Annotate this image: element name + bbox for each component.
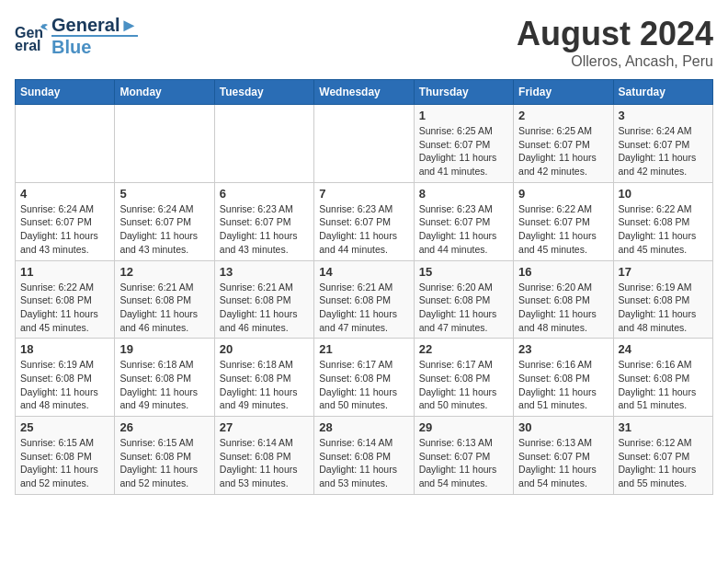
logo-icon: Gen eral — [15, 19, 48, 52]
day-info: Sunrise: 6:24 AM Sunset: 6:07 PM Dayligh… — [20, 202, 109, 257]
empty-cell — [314, 105, 414, 183]
calendar-day-7: 7Sunrise: 6:23 AM Sunset: 6:07 PM Daylig… — [314, 182, 414, 260]
calendar-week-3: 11Sunrise: 6:22 AM Sunset: 6:08 PM Dayli… — [16, 260, 713, 339]
day-number: 5 — [119, 187, 209, 201]
day-info: Sunrise: 6:23 AM Sunset: 6:07 PM Dayligh… — [319, 202, 408, 257]
day-info: Sunrise: 6:24 AM Sunset: 6:07 PM Dayligh… — [119, 202, 209, 257]
calendar-day-25: 25Sunrise: 6:15 AM Sunset: 6:08 PM Dayli… — [16, 417, 115, 495]
day-info: Sunrise: 6:22 AM Sunset: 6:07 PM Dayligh… — [518, 202, 608, 257]
calendar-day-26: 26Sunrise: 6:15 AM Sunset: 6:08 PM Dayli… — [115, 417, 214, 495]
calendar-day-14: 14Sunrise: 6:21 AM Sunset: 6:08 PM Dayli… — [314, 260, 414, 339]
column-header-thursday: Thursday — [414, 80, 513, 105]
svg-text:eral: eral — [15, 38, 40, 52]
day-number: 10 — [619, 187, 708, 201]
calendar-header-row: SundayMondayTuesdayWednesdayThursdayFrid… — [16, 80, 713, 105]
day-info: Sunrise: 6:23 AM Sunset: 6:07 PM Dayligh… — [419, 202, 508, 257]
day-info: Sunrise: 6:14 AM Sunset: 6:08 PM Dayligh… — [319, 436, 408, 490]
calendar-day-29: 29Sunrise: 6:13 AM Sunset: 6:07 PM Dayli… — [414, 417, 513, 495]
column-header-friday: Friday — [514, 80, 613, 105]
day-info: Sunrise: 6:19 AM Sunset: 6:08 PM Dayligh… — [20, 358, 109, 412]
calendar-day-2: 2Sunrise: 6:25 AM Sunset: 6:07 PM Daylig… — [514, 105, 613, 183]
logo-text-general: General► — [51, 15, 138, 35]
day-number: 3 — [619, 109, 708, 122]
calendar-day-21: 21Sunrise: 6:17 AM Sunset: 6:08 PM Dayli… — [314, 339, 414, 417]
day-info: Sunrise: 6:16 AM Sunset: 6:08 PM Dayligh… — [619, 358, 708, 412]
day-number: 7 — [319, 187, 408, 201]
day-info: Sunrise: 6:13 AM Sunset: 6:07 PM Dayligh… — [419, 436, 508, 490]
calendar-day-9: 9Sunrise: 6:22 AM Sunset: 6:07 PM Daylig… — [514, 182, 613, 260]
day-info: Sunrise: 6:16 AM Sunset: 6:08 PM Dayligh… — [518, 358, 608, 412]
column-header-tuesday: Tuesday — [214, 80, 313, 105]
day-number: 26 — [119, 420, 209, 434]
day-info: Sunrise: 6:25 AM Sunset: 6:07 PM Dayligh… — [518, 124, 608, 178]
calendar-day-20: 20Sunrise: 6:18 AM Sunset: 6:08 PM Dayli… — [214, 339, 313, 417]
day-number: 11 — [20, 265, 109, 279]
column-header-wednesday: Wednesday — [314, 80, 414, 105]
day-info: Sunrise: 6:13 AM Sunset: 6:07 PM Dayligh… — [518, 436, 608, 490]
day-number: 8 — [419, 187, 508, 201]
calendar-day-15: 15Sunrise: 6:20 AM Sunset: 6:08 PM Dayli… — [414, 260, 513, 339]
calendar-day-27: 27Sunrise: 6:14 AM Sunset: 6:08 PM Dayli… — [214, 417, 313, 495]
day-info: Sunrise: 6:24 AM Sunset: 6:07 PM Dayligh… — [619, 124, 708, 178]
day-info: Sunrise: 6:20 AM Sunset: 6:08 PM Dayligh… — [419, 281, 508, 335]
column-header-saturday: Saturday — [613, 80, 712, 105]
calendar-week-2: 4Sunrise: 6:24 AM Sunset: 6:07 PM Daylig… — [16, 182, 713, 260]
day-info: Sunrise: 6:21 AM Sunset: 6:08 PM Dayligh… — [319, 281, 408, 335]
calendar-day-28: 28Sunrise: 6:14 AM Sunset: 6:08 PM Dayli… — [314, 417, 414, 495]
calendar-day-10: 10Sunrise: 6:22 AM Sunset: 6:08 PM Dayli… — [613, 182, 712, 260]
day-number: 13 — [220, 265, 309, 279]
day-number: 2 — [518, 109, 608, 122]
day-number: 4 — [20, 187, 109, 201]
day-info: Sunrise: 6:15 AM Sunset: 6:08 PM Dayligh… — [119, 436, 209, 490]
day-number: 27 — [220, 420, 309, 434]
empty-cell — [115, 105, 214, 183]
calendar-table: SundayMondayTuesdayWednesdayThursdayFrid… — [15, 79, 713, 495]
day-number: 21 — [319, 342, 408, 356]
day-info: Sunrise: 6:17 AM Sunset: 6:08 PM Dayligh… — [319, 358, 408, 412]
page-subtitle: Olleros, Ancash, Peru — [517, 53, 713, 70]
calendar-day-24: 24Sunrise: 6:16 AM Sunset: 6:08 PM Dayli… — [613, 339, 712, 417]
day-number: 20 — [220, 342, 309, 356]
calendar-day-12: 12Sunrise: 6:21 AM Sunset: 6:08 PM Dayli… — [115, 260, 214, 339]
day-info: Sunrise: 6:21 AM Sunset: 6:08 PM Dayligh… — [119, 281, 209, 335]
day-info: Sunrise: 6:14 AM Sunset: 6:08 PM Dayligh… — [220, 436, 309, 490]
calendar-day-1: 1Sunrise: 6:25 AM Sunset: 6:07 PM Daylig… — [414, 105, 513, 183]
calendar-day-13: 13Sunrise: 6:21 AM Sunset: 6:08 PM Dayli… — [214, 260, 313, 339]
day-number: 29 — [419, 420, 508, 434]
day-number: 12 — [119, 265, 209, 279]
calendar-day-6: 6Sunrise: 6:23 AM Sunset: 6:07 PM Daylig… — [214, 182, 313, 260]
day-number: 17 — [619, 265, 708, 279]
day-info: Sunrise: 6:17 AM Sunset: 6:08 PM Dayligh… — [419, 358, 508, 412]
column-header-sunday: Sunday — [16, 80, 115, 105]
day-info: Sunrise: 6:12 AM Sunset: 6:07 PM Dayligh… — [619, 436, 708, 490]
day-number: 16 — [518, 265, 608, 279]
day-number: 31 — [619, 420, 708, 434]
day-number: 1 — [419, 109, 508, 122]
calendar-day-22: 22Sunrise: 6:17 AM Sunset: 6:08 PM Dayli… — [414, 339, 513, 417]
day-info: Sunrise: 6:19 AM Sunset: 6:08 PM Dayligh… — [619, 281, 708, 335]
day-number: 24 — [619, 342, 708, 356]
day-number: 18 — [20, 342, 109, 356]
logo: Gen eral General► Blue — [15, 15, 138, 57]
column-header-monday: Monday — [115, 80, 214, 105]
calendar-day-18: 18Sunrise: 6:19 AM Sunset: 6:08 PM Dayli… — [16, 339, 115, 417]
day-number: 25 — [20, 420, 109, 434]
page-title: August 2024 — [517, 15, 713, 53]
calendar-day-11: 11Sunrise: 6:22 AM Sunset: 6:08 PM Dayli… — [16, 260, 115, 339]
calendar-week-1: 1Sunrise: 6:25 AM Sunset: 6:07 PM Daylig… — [16, 105, 713, 183]
day-info: Sunrise: 6:25 AM Sunset: 6:07 PM Dayligh… — [419, 124, 508, 178]
calendar-week-4: 18Sunrise: 6:19 AM Sunset: 6:08 PM Dayli… — [16, 339, 713, 417]
day-number: 30 — [518, 420, 608, 434]
calendar-day-17: 17Sunrise: 6:19 AM Sunset: 6:08 PM Dayli… — [613, 260, 712, 339]
day-info: Sunrise: 6:15 AM Sunset: 6:08 PM Dayligh… — [20, 436, 109, 490]
calendar-day-31: 31Sunrise: 6:12 AM Sunset: 6:07 PM Dayli… — [613, 417, 712, 495]
day-info: Sunrise: 6:21 AM Sunset: 6:08 PM Dayligh… — [220, 281, 309, 335]
calendar-day-5: 5Sunrise: 6:24 AM Sunset: 6:07 PM Daylig… — [115, 182, 214, 260]
calendar-day-8: 8Sunrise: 6:23 AM Sunset: 6:07 PM Daylig… — [414, 182, 513, 260]
day-number: 14 — [319, 265, 408, 279]
header: Gen eral General► Blue August 2024 Oller… — [15, 15, 713, 70]
day-info: Sunrise: 6:23 AM Sunset: 6:07 PM Dayligh… — [220, 202, 309, 257]
logo-text-blue: Blue — [51, 35, 138, 57]
day-number: 23 — [518, 342, 608, 356]
calendar-day-16: 16Sunrise: 6:20 AM Sunset: 6:08 PM Dayli… — [514, 260, 613, 339]
